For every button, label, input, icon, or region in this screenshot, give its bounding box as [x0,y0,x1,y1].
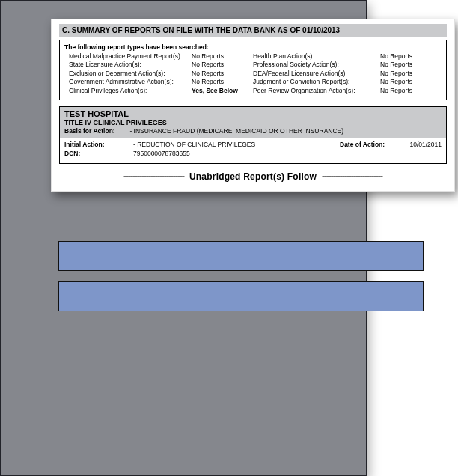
hospital-basis: Basis for Action: - INSURANCE FRAUD (MED… [64,127,442,135]
search-row: Clinical Privileges Action(s): Yes, See … [64,87,442,95]
search-right-label: Peer Review Organization Action(s): [253,87,380,95]
background-stripe [58,241,424,271]
hospital-body: Initial Action: - REDUCTION OF CLINICAL … [60,138,446,163]
section-title: C. SUMMARY OF REPORTS ON FILE WITH THE D… [59,24,447,37]
search-right-value: No Reports [380,87,433,95]
follow-text: Unabridged Report(s) Follow [189,171,317,182]
search-left-value: Yes, See Below [192,87,253,95]
search-left-label: State Licensure Action(s): [64,61,192,69]
search-left-value: No Reports [192,78,253,86]
hospital-header: TEST HOSPITAL TITLE IV CLINICAL PRIVILEG… [60,107,446,138]
report-card: C. SUMMARY OF REPORTS ON FILE WITH THE D… [51,19,455,192]
dash-right: --------------------------- [322,171,382,182]
search-summary-box: The following report types have been sea… [59,40,447,100]
search-right-value: No Reports [380,52,433,61]
search-row: Government Administrative Action(s): No … [64,78,442,86]
hospital-name: TEST HOSPITAL [64,109,442,118]
search-left-label: Medical Malpractice Payment Report(s): [64,52,192,61]
search-row: State Licensure Action(s): No Reports Pr… [64,61,442,69]
dcn-label: DCN: [64,150,133,159]
basis-label: Basis for Action: [64,127,128,135]
search-row: Exclusion or Debarment Action(s): No Rep… [64,70,442,78]
search-intro: The following report types have been sea… [64,43,442,51]
search-right-value: No Reports [380,61,433,69]
search-left-label: Exclusion or Debarment Action(s): [64,70,192,78]
initial-action-label: Initial Action: [64,141,133,150]
hospital-block: TEST HOSPITAL TITLE IV CLINICAL PRIVILEG… [59,106,447,164]
search-row: Medical Malpractice Payment Report(s): N… [64,52,442,61]
date-of-action-label: Date of Action: [340,141,400,150]
search-right-label: DEA/Federal Licensure Action(s): [253,70,380,78]
background-stripe [58,281,424,311]
basis-value: - INSURANCE FRAUD (MEDICARE, MEDICAID OR… [129,127,344,135]
search-right-value: No Reports [380,78,433,86]
initial-action-value: - REDUCTION OF CLINICAL PRIVILEGES [133,141,340,150]
dcn-value: 7950000078783655 [133,150,340,159]
search-right-label: Judgment or Conviction Report(s): [253,78,380,86]
search-left-value: No Reports [192,70,253,78]
search-right-value: No Reports [380,70,433,78]
date-of-action-value: 10/01/2011 [400,141,442,150]
search-left-label: Clinical Privileges Action(s): [64,87,192,95]
search-left-value: No Reports [192,52,253,61]
search-left-value: No Reports [192,61,253,69]
dash-left: --------------------------- [123,171,184,182]
search-right-label: Health Plan Action(s): [253,52,380,61]
search-left-label: Government Administrative Action(s): [64,78,192,86]
hospital-subtitle: TITLE IV CLINICAL PRIVILEGES [64,119,442,126]
unabridged-follow-line: --------------------------- Unabridged R… [59,171,447,182]
search-right-label: Professional Society Action(s): [253,61,380,69]
